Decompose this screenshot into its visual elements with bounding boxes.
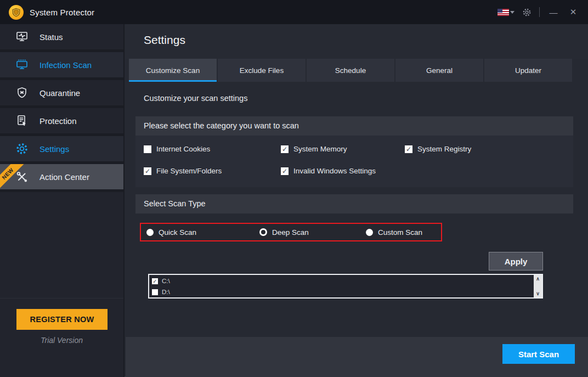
scroll-down-icon[interactable]: ∨ <box>534 290 542 297</box>
tab-label: Updater <box>515 66 541 75</box>
app-title: System Protector <box>30 8 94 17</box>
radio-label: Custom Scan <box>378 228 422 237</box>
category-checkbox-panel: Internet Cookies System Memory System Re… <box>135 136 573 187</box>
tab-general[interactable]: General <box>395 59 483 82</box>
drive-item-c[interactable]: C:\ <box>152 277 170 285</box>
checkbox-box <box>152 289 158 295</box>
scan-settings-subtitle: Customize your scan settings <box>144 94 247 103</box>
checkbox-file-system-folders[interactable]: File System/Folders <box>144 167 222 175</box>
checkbox-label: System Memory <box>293 145 347 153</box>
checkbox-label: Internet Cookies <box>156 145 210 153</box>
category-section-header: Please select the category you want to s… <box>135 116 573 136</box>
sidebar-item-quarantine[interactable]: Quarantine <box>0 80 123 108</box>
checkbox-box <box>405 145 412 153</box>
radio-deep-scan[interactable]: Deep Scan <box>259 224 309 240</box>
apply-button[interactable]: Apply <box>489 252 543 271</box>
checkbox-box <box>144 145 151 153</box>
sidebar-item-label: Status <box>39 32 63 42</box>
sidebar-item-label: Protection <box>39 116 77 126</box>
radio-custom-scan[interactable]: Custom Scan <box>366 224 422 240</box>
checkbox-invalid-windows-settings[interactable]: Invalid Windows Settings <box>281 167 376 175</box>
drive-list-scrollbar[interactable]: ∧ ∨ <box>534 275 542 297</box>
drive-item-d[interactable]: D:\ <box>152 288 170 296</box>
page-header: Settings <box>126 24 588 59</box>
status-monitor-icon <box>15 30 29 43</box>
minimize-button[interactable]: — <box>547 8 559 17</box>
checkbox-box <box>281 167 289 175</box>
new-ribbon-badge: NEW <box>0 164 30 194</box>
radio-label: Deep Scan <box>272 228 309 237</box>
radio-dot <box>366 229 373 236</box>
sidebar-item-status[interactable]: Status <box>0 24 123 52</box>
checkbox-system-registry[interactable]: System Registry <box>405 145 471 153</box>
tab-schedule[interactable]: Schedule <box>307 59 394 82</box>
tab-exclude-files[interactable]: Exclude Files <box>218 59 306 82</box>
sidebar-item-label: Action Center <box>39 172 89 182</box>
language-selector[interactable] <box>497 9 514 16</box>
app-logo-icon <box>9 5 24 20</box>
drive-label: D:\ <box>162 289 170 295</box>
radio-quick-scan[interactable]: Quick Scan <box>146 224 196 240</box>
checkbox-internet-cookies[interactable]: Internet Cookies <box>144 145 210 153</box>
main-content: Settings Customize Scan Exclude Files Sc… <box>126 24 588 377</box>
checkbox-label: File System/Folders <box>156 167 222 175</box>
radio-label: Quick Scan <box>159 228 196 237</box>
sidebar-item-settings[interactable]: Settings <box>0 136 123 164</box>
protection-document-icon <box>15 114 29 127</box>
chevron-down-icon <box>510 11 514 14</box>
tab-label: Schedule <box>335 66 366 75</box>
checkbox-system-memory[interactable]: System Memory <box>281 145 347 153</box>
us-flag-icon <box>497 9 509 16</box>
checkbox-box <box>152 278 158 284</box>
sidebar: Status Infection Scan <box>0 24 125 377</box>
close-button[interactable]: ✕ <box>567 7 579 17</box>
sidebar-item-infection-scan[interactable]: Infection Scan <box>0 52 123 80</box>
sidebar-item-label: Quarantine <box>39 88 80 98</box>
checkbox-label: System Registry <box>417 145 471 153</box>
trial-version-label: Trial Version <box>0 336 123 345</box>
drive-list[interactable]: C:\ D:\ ∧ ∨ <box>148 274 543 299</box>
scroll-up-icon[interactable]: ∧ <box>534 275 542 283</box>
sidebar-item-action-center[interactable]: NEW Action Center <box>0 164 123 192</box>
titlebar-divider <box>539 7 540 17</box>
radio-dot <box>146 229 154 236</box>
register-now-button[interactable]: REGISTER NOW <box>16 309 108 330</box>
checkbox-label: Invalid Windows Settings <box>293 167 376 175</box>
tab-label: Customize Scan <box>146 66 200 75</box>
settings-tabs: Customize Scan Exclude Files Schedule Ge… <box>129 59 572 82</box>
sidebar-item-label: Infection Scan <box>39 60 92 70</box>
sidebar-footer: REGISTER NOW Trial Version <box>0 298 123 377</box>
sidebar-item-label: Settings <box>39 144 69 154</box>
scan-type-section-header: Select Scan Type <box>135 194 573 213</box>
sidebar-item-protection[interactable]: Protection <box>0 108 123 136</box>
drive-label: C:\ <box>162 278 170 284</box>
settings-gear-icon[interactable] <box>522 8 532 17</box>
new-badge-label: NEW <box>0 164 27 193</box>
app-window: System Protector — ✕ <box>0 0 588 377</box>
settings-gear-icon <box>15 142 29 155</box>
page-title: Settings <box>144 33 185 47</box>
tab-label: Exclude Files <box>240 66 284 75</box>
tab-label: General <box>426 66 453 75</box>
quarantine-shield-icon <box>15 86 29 99</box>
radio-dot <box>259 228 267 236</box>
tab-updater[interactable]: Updater <box>484 59 572 82</box>
tab-customize-scan[interactable]: Customize Scan <box>129 59 217 82</box>
start-scan-button[interactable]: Start Scan <box>502 344 575 364</box>
titlebar: System Protector — ✕ <box>0 0 588 24</box>
scan-type-highlight-box: Quick Scan Deep Scan Custom Scan <box>140 223 442 241</box>
checkbox-box <box>144 167 151 175</box>
infection-scan-icon <box>15 58 29 71</box>
checkbox-box <box>281 145 289 153</box>
